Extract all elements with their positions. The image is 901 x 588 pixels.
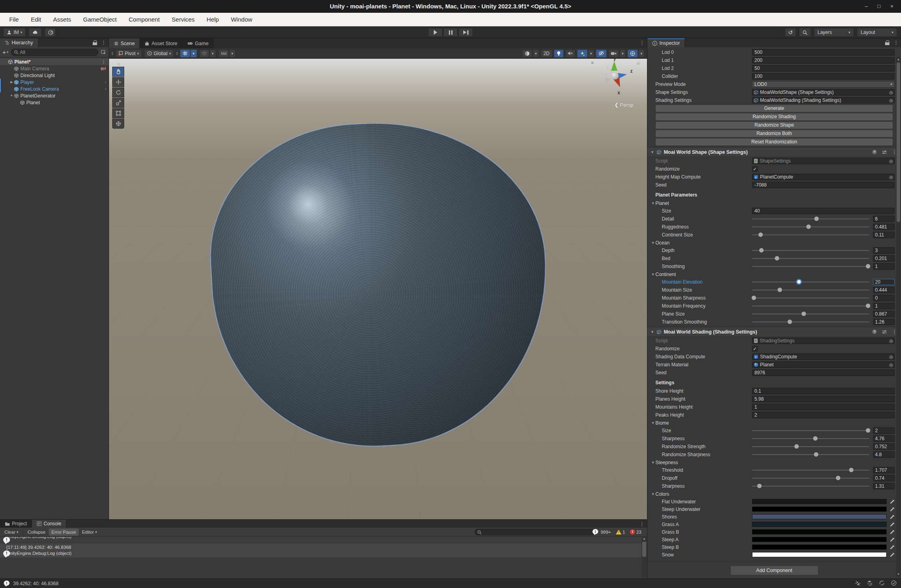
- hierarchy-item-freelook-camera[interactable]: FreeLook Camera›: [0, 85, 109, 92]
- transform-tool-button[interactable]: [112, 119, 124, 129]
- menu-edit[interactable]: Edit: [25, 13, 47, 26]
- camera-disabled-icon[interactable]: [101, 66, 106, 71]
- menu-file[interactable]: File: [3, 13, 25, 26]
- shading-mode-button[interactable]: [522, 50, 532, 58]
- foldout-steepness[interactable]: ▼Steepness: [647, 459, 901, 466]
- dropoff-value[interactable]: 0.74: [873, 475, 895, 481]
- layout-dropdown[interactable]: Layout▾: [857, 28, 897, 37]
- slider-handle[interactable]: [814, 217, 819, 221]
- slider-handle[interactable]: [806, 224, 811, 229]
- eyedropper-icon[interactable]: [887, 552, 895, 557]
- flat-underwater-color-swatch[interactable]: [752, 499, 887, 504]
- object-picker-icon[interactable]: ◎: [889, 362, 893, 368]
- add-component-button[interactable]: Add Component: [730, 566, 818, 575]
- randomize-shading-button[interactable]: Randomize Shading: [655, 113, 893, 121]
- pause-button[interactable]: [443, 28, 458, 37]
- bed-value[interactable]: 0.201: [873, 255, 895, 262]
- slider-handle[interactable]: [796, 279, 802, 285]
- console-error-pause-button[interactable]: Error Pause: [49, 528, 79, 536]
- kebab-menu-icon[interactable]: ⋮: [639, 40, 645, 46]
- tab-inspector[interactable]: Inspector: [647, 38, 685, 47]
- gizmo-hub[interactable]: [611, 72, 619, 79]
- camera-settings-button[interactable]: [608, 50, 619, 58]
- eyedropper-icon[interactable]: [887, 522, 895, 527]
- console-collapse-button[interactable]: Collapse: [25, 528, 48, 536]
- depth-slider[interactable]: [752, 250, 869, 251]
- mountain-size-value[interactable]: 0.444: [873, 287, 895, 293]
- log-count-badge[interactable]: 999+: [592, 528, 611, 535]
- help-icon[interactable]: ?: [872, 329, 877, 334]
- peaks-height-field[interactable]: 2: [752, 412, 895, 418]
- eyedropper-icon[interactable]: [887, 530, 895, 534]
- slider-handle[interactable]: [794, 444, 799, 449]
- preset-icon[interactable]: [882, 330, 887, 334]
- kebab-menu-icon[interactable]: ⋮: [893, 40, 899, 46]
- shape-settings-object-field[interactable]: MoaiWorldShape (Shape Settings)◎: [752, 89, 895, 95]
- lod-2-field[interactable]: 50: [752, 65, 895, 72]
- bed-slider[interactable]: [752, 258, 869, 259]
- eyedropper-icon[interactable]: [887, 499, 895, 504]
- snap-increment-button[interactable]: [218, 50, 229, 58]
- hand-tool-button[interactable]: [112, 67, 124, 77]
- slider-handle[interactable]: [849, 468, 853, 472]
- prefab-open-chevron[interactable]: ›: [105, 87, 106, 91]
- mountain-frequency-slider[interactable]: [752, 306, 869, 306]
- gizmo-grip[interactable]: =: [591, 60, 593, 65]
- pick-window-icon[interactable]: [101, 50, 106, 55]
- slider-handle[interactable]: [814, 452, 818, 457]
- search-button[interactable]: [799, 28, 811, 37]
- menu-assets[interactable]: Assets: [47, 13, 77, 26]
- move-tool-button[interactable]: [112, 77, 124, 87]
- eyedropper-icon[interactable]: [887, 537, 895, 542]
- axis-neg-cone[interactable]: [603, 77, 611, 86]
- scrollbar-thumb[interactable]: [642, 542, 646, 557]
- size-value[interactable]: 2: [873, 427, 895, 434]
- mountains-height-field[interactable]: 1: [752, 404, 895, 410]
- effects-toggle-button[interactable]: [577, 50, 587, 58]
- menu-help[interactable]: Help: [200, 13, 225, 26]
- eyedropper-icon[interactable]: [887, 545, 895, 550]
- hierarchy-item-planet[interactable]: Planet*⋮: [0, 58, 109, 65]
- ok-check-icon[interactable]: [891, 580, 897, 586]
- gizmos-dropdown[interactable]: ▾: [638, 50, 645, 58]
- snap-increment-dropdown[interactable]: ▾: [229, 50, 236, 58]
- script-object-field[interactable]: #ShapeSettings◎: [752, 158, 895, 164]
- object-picker-icon[interactable]: ◎: [889, 338, 893, 344]
- axis-neg-cone[interactable]: [604, 64, 612, 72]
- scroll-down-icon[interactable]: ▼: [896, 572, 901, 576]
- create-object-button[interactable]: +▾: [2, 49, 8, 56]
- foldout-biome[interactable]: ▼Biome: [647, 419, 901, 427]
- slider-handle[interactable]: [775, 256, 779, 260]
- mountain-size-slider[interactable]: [752, 290, 869, 290]
- hierarchy-item-planet[interactable]: Planet: [0, 99, 109, 106]
- rotate-tool-button[interactable]: [112, 87, 124, 97]
- preset-icon[interactable]: [882, 150, 887, 155]
- detail-slider[interactable]: [752, 219, 869, 219]
- slider-handle[interactable]: [866, 304, 870, 308]
- collider-field[interactable]: 100: [752, 73, 895, 79]
- audio-mute-button[interactable]: [565, 50, 576, 58]
- object-picker-icon[interactable]: ◎: [889, 354, 893, 360]
- camera-settings-dropdown[interactable]: ▾: [619, 50, 626, 58]
- mountain-elevation-slider[interactable]: [752, 282, 869, 282]
- menu-services[interactable]: Services: [166, 13, 201, 26]
- cloud-services-button[interactable]: [29, 28, 42, 37]
- randomize-sharpness-slider[interactable]: [752, 454, 869, 455]
- eyedropper-icon[interactable]: [887, 514, 895, 519]
- randomize-strength-slider[interactable]: [752, 446, 869, 447]
- grass-a-color-swatch[interactable]: [752, 522, 887, 527]
- kebab-menu-icon[interactable]: ⋮: [639, 521, 645, 527]
- play-button[interactable]: [428, 28, 443, 37]
- projection-label[interactable]: ❮Persp: [614, 102, 633, 108]
- scroll-up-icon[interactable]: ▲: [896, 58, 901, 61]
- palette-grip[interactable]: ≡: [112, 62, 125, 67]
- lock-icon[interactable]: [93, 40, 97, 45]
- grid-snapping-dropdown[interactable]: ▾: [191, 50, 197, 58]
- seed-field[interactable]: -7088: [752, 182, 895, 188]
- foldout-planet[interactable]: ▼Planet: [647, 199, 901, 207]
- scene-viewport[interactable]: ≡ =: [109, 59, 647, 519]
- randomize-strength-value[interactable]: 0.752: [873, 443, 895, 450]
- status-message[interactable]: 39.4262: 40: 46.8368: [3, 580, 58, 587]
- generate-button[interactable]: Generate: [655, 105, 893, 112]
- detail-value[interactable]: 6: [873, 216, 895, 222]
